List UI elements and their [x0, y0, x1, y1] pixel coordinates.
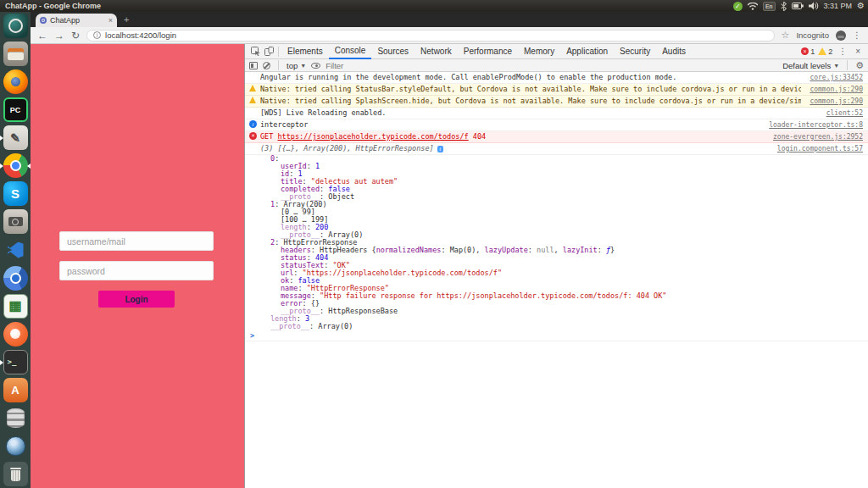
skype-icon[interactable]: S [2, 181, 29, 206]
source-link[interactable]: common.js:290 [801, 86, 863, 94]
screenshot-icon[interactable] [2, 209, 29, 234]
text-segment: 1 [298, 170, 303, 178]
request-url-link[interactable]: https://jsonplaceholder.typicode.com/tod… [277, 132, 468, 141]
execution-context-select[interactable]: top▼ [287, 61, 306, 70]
bluetooth-icon[interactable] [781, 2, 787, 11]
devtools-menu-icon[interactable]: ⋮ [836, 47, 849, 56]
live-expression-eye-icon[interactable] [311, 63, 320, 69]
pycharm-icon[interactable]: PC [2, 97, 29, 122]
username-input[interactable] [59, 231, 214, 251]
text-segment: : [309, 323, 318, 330]
chrome-icon[interactable] [2, 153, 29, 178]
console-filter-input[interactable] [326, 61, 777, 70]
wifi-icon[interactable] [748, 3, 758, 10]
top-panel: ChatApp - Google Chrome ✓ En 3:31 PM ⚙ [0, 0, 868, 12]
tab-network[interactable]: Network [415, 44, 458, 59]
browser-tab[interactable]: ChatApp × [36, 14, 117, 27]
updater-check-icon[interactable]: ✓ [733, 2, 743, 11]
source-link[interactable]: client:52 [818, 109, 863, 118]
message-text: ▼0: [270, 155, 863, 163]
warning-count-badge[interactable]: 2 [818, 47, 832, 56]
text-segment: } [610, 247, 615, 254]
bookmark-star-icon[interactable]: ☆ [782, 30, 790, 41]
clear-console-icon[interactable] [263, 62, 270, 69]
console-message: ×▶GET https://jsonplaceholder.typicode.c… [245, 131, 868, 143]
text-segment: 1 [315, 163, 320, 170]
login-button[interactable]: Login [98, 291, 175, 308]
back-button[interactable]: ← [37, 30, 47, 41]
terminal-icon[interactable]: >_ [2, 350, 29, 374]
device-toolbar-icon[interactable] [262, 47, 275, 56]
error-icon: × [801, 47, 809, 55]
message-text: ▶__proto__: Array(0) [281, 231, 863, 239]
firefox-icon[interactable] [2, 69, 29, 94]
browser-menu-icon[interactable]: ⋮ [853, 30, 861, 40]
console-sidebar-icon[interactable] [249, 62, 258, 69]
text-segment: Array(0) [328, 231, 363, 239]
new-tab-button[interactable]: + [124, 14, 129, 25]
console-message: iinterceptorloader-interceptor.ts:8 [245, 119, 868, 131]
source-link[interactable]: zone-evergreen.js:2952 [765, 133, 863, 141]
text-segment: 404 [469, 132, 486, 141]
tab-audits[interactable]: Audits [656, 44, 692, 59]
chromium-icon[interactable] [2, 266, 29, 291]
console-message: ▶__proto__: Array(0) [245, 231, 868, 239]
forward-button[interactable]: → [54, 30, 64, 41]
tab-security[interactable]: Security [614, 44, 656, 59]
software-center-icon[interactable]: A [2, 378, 29, 402]
console-settings-gear-icon[interactable]: ⚙ [855, 60, 864, 71]
postman-icon[interactable] [2, 322, 29, 347]
text-segment: ok [281, 277, 289, 285]
keyboard-layout-indicator[interactable]: En [763, 2, 776, 11]
ubuntu-dash-icon[interactable] [2, 14, 29, 38]
console-prompt[interactable]: > [245, 330, 868, 341]
text-segment: completed [281, 186, 320, 193]
vscode-icon[interactable] [2, 238, 29, 263]
password-input[interactable] [59, 261, 214, 280]
text-segment: : [311, 247, 320, 254]
page-info-icon[interactable]: i [93, 31, 101, 39]
tab-close-icon[interactable]: × [108, 16, 113, 25]
running-indicator [0, 360, 3, 365]
database-icon[interactable] [2, 406, 29, 430]
libreoffice-calc-icon[interactable]: ▦ [2, 294, 29, 319]
clock[interactable]: 3:31 PM [824, 2, 853, 10]
inspect-element-icon[interactable] [248, 47, 262, 56]
tab-memory[interactable]: Memory [518, 44, 560, 59]
tab-application[interactable]: Application [560, 44, 614, 59]
files-icon[interactable] [2, 42, 29, 66]
tab-performance[interactable]: Performance [458, 44, 518, 59]
battery-icon[interactable] [792, 3, 804, 9]
login-page: Login [31, 44, 244, 488]
volume-icon[interactable] [809, 2, 819, 10]
console-message: ▶Native: tried calling SplashScreen.hide… [245, 96, 868, 108]
tab-console[interactable]: Console [329, 44, 372, 59]
gedit-icon[interactable]: ✎ [2, 125, 29, 150]
message-text: ▶headers: HttpHeaders {normalizedNames: … [281, 247, 863, 254]
devtools-close-icon[interactable]: × [853, 47, 863, 56]
text-segment: , [476, 247, 484, 254]
postgresql-icon[interactable] [2, 434, 29, 458]
text-segment: : [293, 269, 302, 277]
text-segment: status [281, 254, 307, 262]
tab-elements[interactable]: Elements [281, 44, 329, 59]
error-count-badge[interactable]: ×1 [801, 47, 815, 56]
source-link[interactable]: login.component.ts:57 [769, 145, 863, 153]
tab-sources[interactable]: Sources [371, 44, 415, 59]
log-levels-select[interactable]: Default levels▼ [782, 61, 839, 70]
message-text: ▶GET https://jsonplaceholder.typicode.co… [260, 132, 765, 141]
text-segment: [100 … 199] [281, 216, 328, 224]
text-segment: : [303, 178, 311, 186]
console-message: length: 200 [245, 224, 868, 231]
source-link[interactable]: loader-interceptor.ts:8 [760, 121, 863, 130]
message-text: ▼1: Array(200) [270, 201, 863, 208]
source-link[interactable]: common.js:290 [801, 97, 863, 106]
trash-icon[interactable] [2, 462, 29, 486]
chevron-down-icon: ▼ [833, 63, 839, 69]
session-gear-icon[interactable]: ⚙ [857, 2, 865, 10]
reload-button[interactable]: ↻ [71, 30, 80, 41]
text-segment: : [320, 231, 328, 239]
source-link[interactable]: core.js:33452 [801, 74, 863, 82]
message-text: [WDS] Live Reloading enabled. [260, 108, 818, 117]
address-bar[interactable]: i localhost:4200/login [86, 30, 775, 42]
